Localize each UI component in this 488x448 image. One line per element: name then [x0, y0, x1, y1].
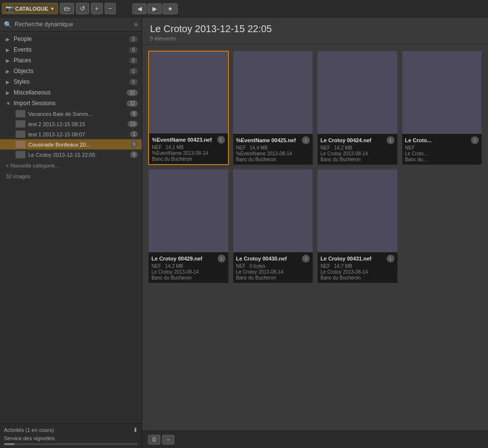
tree-item-count: 0 [129, 79, 138, 85]
tree-item-label: Styles [14, 78, 129, 85]
nav-forward-button[interactable]: ▶ [148, 3, 162, 14]
tree-item-count: 32 [127, 100, 138, 107]
bottom-nav-btn-zero[interactable]: 0 [148, 435, 160, 445]
photo-event: Le Croto... [405, 151, 479, 156]
photo-thumbnail [149, 52, 228, 133]
sub-thumb [16, 151, 25, 158]
search-label: Recherche dynamique [15, 21, 134, 28]
photo-card[interactable]: Le Crotoy 00430.nef 1 NEF 0 bytes Le Cro… [233, 169, 314, 283]
photo-type: NEF [320, 263, 330, 269]
sidebar-item-import-sessions[interactable]: ▼ Import Sessions 32 [0, 98, 142, 109]
photo-event: Le Crotoy 2013-08-14 [236, 269, 310, 275]
minus-button[interactable]: − [105, 3, 116, 14]
photo-card[interactable]: Le Crotoy 00424.nef 1 NEF 14,2 MB Le Cro… [317, 51, 398, 165]
photo-size: 0 bytes [250, 263, 265, 269]
sub-item-count: 8 [130, 111, 138, 117]
photo-type: NEF [151, 263, 161, 269]
tree-item-count: 32 [127, 90, 138, 96]
sidebar-subitem-cousinade[interactable]: Cousinade Bordeaux 20... 9 [0, 139, 142, 149]
photo-name: %EventName 00425.nef [236, 137, 296, 143]
photo-card[interactable]: Le Crotoy 00429.nef 1 NEF 14,2 MB Le Cro… [148, 169, 229, 283]
sidebar-item-objects[interactable]: ▶ Objects 0 [0, 66, 142, 76]
sidebar-item-people[interactable]: ▶ People 0 [0, 34, 142, 44]
sidebar-subitem-test2[interactable]: test 2 2013-12-15 08:15 10 [0, 119, 142, 129]
bottom-nav-btn-minus[interactable]: − [162, 435, 174, 445]
photo-thumbnail [318, 169, 397, 252]
nav-buttons: ◀ ▶ ★ [132, 3, 178, 14]
photo-card[interactable]: %EventName 00423.nef 1 NEF 14,1 MB %Even… [148, 51, 229, 165]
photo-type: NEF [320, 145, 330, 150]
photo-card[interactable]: Le Croto... 1 NEF Le Croto... Banc du... [402, 51, 483, 165]
arrow-icon: ▶ [6, 58, 12, 63]
arrow-icon: ▶ [6, 47, 12, 53]
progress-bar [4, 443, 138, 445]
photo-card[interactable]: %EventName 00425.nef 1 NEF 14,4 MB %Even… [233, 51, 314, 165]
arrow-icon: ▶ [6, 37, 12, 42]
photo-badge: 1 [471, 136, 479, 144]
photo-location: Banc du... [405, 157, 479, 162]
photo-thumbnail [233, 169, 313, 252]
sidebar-tree: ▶ People 0 ▶ Events 0 ▶ Places 0 ▶ Objec… [0, 32, 142, 423]
photo-type: NEF [152, 145, 162, 150]
activities-bar: Activités (1 en cours) ⬇ [4, 427, 138, 433]
sidebar-bottom: Activités (1 en cours) ⬇ Service des vig… [0, 423, 142, 448]
add-button[interactable]: + [91, 3, 103, 14]
sidebar-item-events[interactable]: ▶ Events 0 [0, 44, 142, 55]
service-label: Service des vignettes [4, 435, 138, 441]
photo-name: Le Crotoy 00424.nef [320, 137, 372, 143]
photo-thumbnail [402, 51, 482, 134]
arrow-icon: ▶ [6, 69, 12, 74]
search-menu-icon[interactable]: ≡ [134, 20, 138, 28]
sidebar-item-miscellaneous[interactable]: ▶ Miscellaneous 32 [0, 87, 142, 98]
photo-size: 14,2 MB [165, 263, 183, 269]
photo-event: Le Crotoy 2013-08-14 [320, 269, 394, 275]
photo-info: Le Crotoy 00424.nef 1 NEF 14,2 MB Le Cro… [318, 134, 397, 165]
photo-info: %EventName 00425.nef 1 NEF 14,4 MB %Even… [233, 134, 313, 165]
sidebar-item-places[interactable]: ▶ Places 0 [0, 55, 142, 66]
nav-back-button[interactable]: ◀ [132, 3, 147, 14]
photo-size: 14,4 MB [250, 145, 268, 150]
sidebar-subitem-lecrotoy[interactable]: Le Crotoy 2013-12-15 22:05 9 [0, 149, 142, 160]
photo-name: Le Crotoy 00431.nef [320, 256, 372, 261]
tree-item-label: Places [14, 57, 129, 64]
content-subtitle: 9 éléments [150, 36, 480, 41]
photo-badge: 1 [217, 136, 225, 144]
folder-button[interactable]: 🗁 [60, 3, 74, 14]
sidebar-item-styles[interactable]: ▶ Styles 0 [0, 76, 142, 87]
photo-badge: 1 [387, 136, 394, 144]
photo-grid: %EventName 00423.nef 1 NEF 14,1 MB %Even… [142, 45, 488, 430]
sub-thumb [16, 120, 25, 128]
photo-badge: 1 [387, 255, 394, 262]
tree-item-count: 0 [129, 36, 138, 42]
photo-location: Banc du Bucheron [152, 156, 225, 162]
sidebar-search-bar[interactable]: 🔍 Recherche dynamique ≡ [0, 18, 142, 32]
sub-item-count: 10 [128, 121, 138, 127]
sub-thumb [16, 141, 25, 148]
photo-info: Le Croto... 1 NEF Le Croto... Banc du... [402, 134, 482, 165]
sub-item-label: test 1 2013-12-15 08:07 [28, 131, 130, 137]
photo-location: Banc du Bucheron [320, 275, 394, 280]
search-icon: 🔍 [4, 21, 12, 28]
photo-name: Le Croto... [405, 137, 432, 143]
new-category-button[interactable]: + Nouvelle catégorie... [0, 160, 142, 171]
progress-fill [4, 443, 15, 445]
photo-info: Le Crotoy 00429.nef 1 NEF 14,2 MB Le Cro… [149, 252, 228, 283]
photo-card[interactable]: Le Crotoy 00431.nef 1 NEF 14,7 MB Le Cro… [317, 169, 398, 283]
sub-item-count: 1 [130, 131, 138, 137]
photo-location: Banc du Bucheron [236, 275, 310, 280]
sidebar-subitem-test1[interactable]: test 1 2013-12-15 08:07 1 [0, 129, 142, 139]
sync-button[interactable]: ↺ [76, 3, 89, 14]
tree-item-label: Objects [14, 68, 129, 75]
photo-event: Le Crotoy 2013-08-14 [320, 151, 394, 156]
download-icon: ⬇ [133, 427, 138, 433]
photo-badge: 1 [302, 255, 310, 262]
photo-badge: 1 [302, 136, 310, 144]
sidebar-subitem-vacances[interactable]: Vacances Baie de Somm... 8 [0, 109, 142, 119]
arrow-icon: ▶ [6, 79, 12, 85]
tree-item-label: Import Sessions [14, 100, 127, 107]
catalogue-button[interactable]: 📷 CATALOGUE ▼ [2, 3, 58, 14]
nav-star-button[interactable]: ★ [163, 3, 178, 14]
content-header: Le Crotoy 2013-12-15 22:05 9 éléments [142, 18, 488, 45]
tree-item-label: Miscellaneous [14, 89, 127, 96]
tree-item-count: 0 [129, 68, 138, 75]
